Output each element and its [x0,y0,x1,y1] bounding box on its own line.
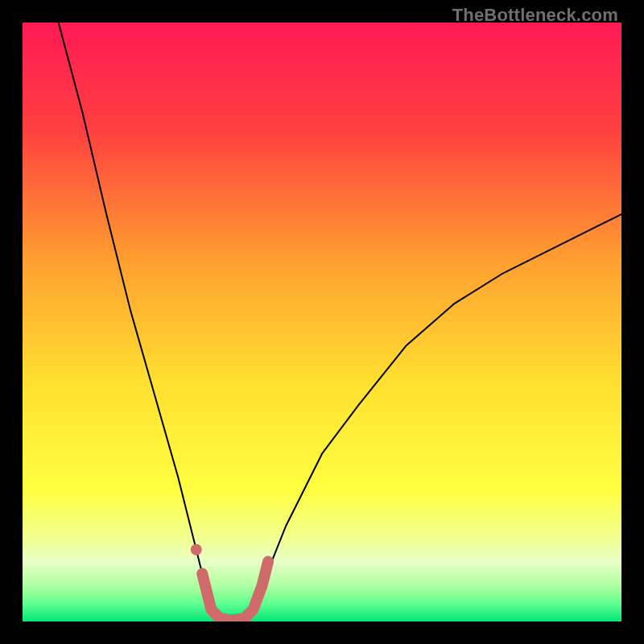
chart-frame [23,23,621,621]
marker-group [191,544,202,555]
gradient-background [23,23,621,621]
bottleneck-chart [23,23,621,621]
highlight-dot [191,544,202,555]
